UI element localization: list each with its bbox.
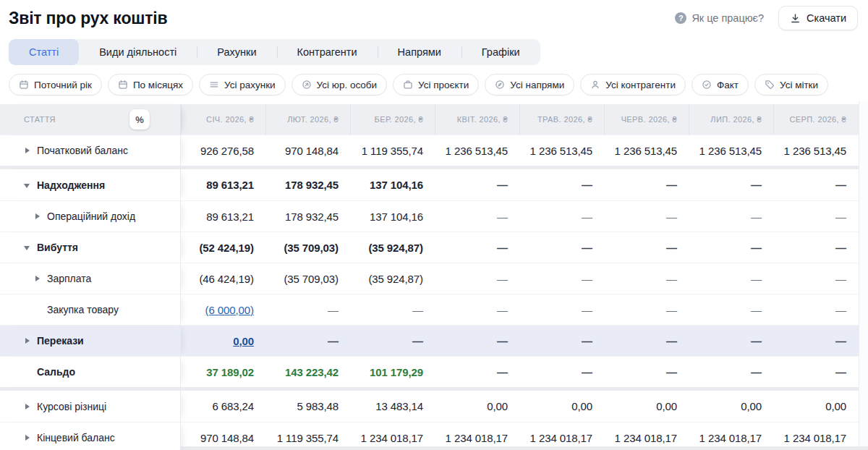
value-cell: 178 932,45 [265,169,350,200]
filter-label: Поточний рік [34,80,92,90]
value-cell: — [689,294,773,325]
filter-legal-entities[interactable]: Усі юр. особи [292,74,388,95]
value-cell: — [689,326,773,356]
expand-arrow-icon[interactable] [24,147,31,154]
collapse-arrow-icon[interactable] [24,182,31,189]
organization-icon [302,80,312,90]
page-header: Звіт про рух коштів Як це працює? Скачат… [0,0,868,30]
value-cell: 13 483,14 [350,391,435,422]
value-cell: 178 932,45 [265,201,350,232]
row-label: Початковий баланс [37,145,128,156]
value-cell: (35 924,87) [350,232,435,263]
value-cell: — [435,201,519,232]
value-cell: 0,00 [519,391,604,422]
value-cell: — [519,326,604,356]
expand-arrow-icon[interactable] [24,337,31,344]
row-label-cell: Вибуття [0,232,181,263]
how-it-works-link[interactable]: Як це працює? [675,12,764,24]
value-cell: — [265,294,350,325]
row-label: Вибуття [37,242,78,253]
column-header-month: ЧЕРВ. 2026, ₴ [604,104,689,135]
page-title: Звіт про рух коштів [9,9,167,28]
expand-arrow-icon[interactable] [34,213,41,220]
row-salary: Зарплата(46 424,19)(35 709,03)(35 924,87… [0,263,868,294]
filter-tags[interactable]: Усі мітки [754,74,828,95]
row-label-cell: Перекази [0,326,181,356]
filter-current-year[interactable]: Поточний рік [9,74,102,95]
row-opening-balance: Початковий баланс926 276,58970 148,841 1… [0,135,868,166]
arrow-placeholder [24,368,31,375]
value-cell: — [519,294,604,325]
value-cell: — [435,294,519,325]
tab-charts[interactable]: Графіки [461,39,540,65]
value-cell: — [689,169,773,200]
value-cell: 101 179,29 [350,357,435,387]
row-label-cell: Операційний дохід [0,201,181,232]
value-cell: — [689,232,773,263]
value-cell: — [773,201,858,232]
value-cell: — [604,201,689,232]
report-tabs: СтаттіВиди діяльностіРахункиКонтрагентиН… [9,39,540,65]
value-link[interactable]: 0,00 [181,326,265,356]
value-cell: 143 223,42 [265,357,350,387]
filter-projects[interactable]: Усі проєкти [393,74,479,95]
filter-accounts[interactable]: Усі рахунки [199,74,286,95]
value-link[interactable]: (6 000,00) [181,294,265,325]
person-icon [590,80,600,90]
value-cell: 1 236 513,45 [689,135,773,166]
value-cell: — [689,263,773,294]
value-cell: 1 236 513,45 [435,135,519,166]
value-cell: — [773,232,858,263]
tab-articles[interactable]: Статті [9,39,79,65]
row-operating-income: Операційний дохід89 613,21178 932,45137 … [0,200,868,232]
calendar-icon [19,80,29,90]
value-cell: (46 424,19) [181,263,265,294]
expand-arrow-icon[interactable] [24,403,31,410]
filter-counterparties[interactable]: Усі контрагенти [580,74,686,95]
tab-counterparties[interactable]: Контрагенти [277,39,378,65]
tab-activity-types[interactable]: Види діяльності [79,39,197,65]
filter-label: Усі проєкти [418,80,469,90]
tag-icon [765,80,775,90]
tab-accounts[interactable]: Рахунки [197,39,276,65]
value-cell: — [604,326,689,356]
value-cell: — [519,357,604,387]
row-label: Закупка товару [47,304,119,315]
row-label-cell: Курсові різниці [0,391,181,422]
fact-check-icon [702,80,712,90]
value-cell: — [604,232,689,263]
filter-fact[interactable]: Факт [692,74,749,95]
row-label: Надходження [37,179,105,191]
value-cell: — [773,263,858,294]
percent-toggle-button[interactable]: % [129,109,150,130]
column-header-month: ЛИП. 2026, ₴ [689,104,773,135]
collapse-arrow-icon[interactable] [24,244,31,251]
expand-arrow-icon[interactable] [24,434,31,441]
value-cell: — [519,263,604,294]
arrow-placeholder [34,306,41,313]
value-cell: — [435,357,519,387]
value-cell: — [604,294,689,325]
value-cell: 0,00 [604,391,689,422]
value-cell: 6 683,24 [181,391,265,422]
value-cell: (35 709,03) [265,232,350,263]
row-balance: Сальдо37 189,02143 223,42101 179,29————— [0,356,868,387]
filter-label: Усі рахунки [224,80,276,90]
row-label: Операційний дохід [47,211,135,222]
filter-label: Усі мітки [780,80,818,90]
filter-label: Усі напрями [510,80,564,90]
column-header-month: БЕР. 2026, ₴ [350,104,435,135]
expand-arrow-icon[interactable] [34,275,41,282]
tab-directions[interactable]: Напрями [378,39,461,65]
filter-directions[interactable]: Усі напрями [485,74,574,95]
row-outflows: Вибуття(52 424,19)(35 709,03)(35 924,87)… [0,232,868,263]
value-cell: — [773,294,858,325]
value-cell: — [350,294,435,325]
download-button[interactable]: Скачати [778,6,858,30]
table-header-row: СТАТТЯ%СІЧ. 2026, ₴ЛЮТ. 2026, ₴БЕР. 2026… [0,104,868,135]
vertical-scrollbar[interactable] [859,101,868,446]
filter-by-months[interactable]: По місяцях [108,74,193,95]
value-cell: 137 104,16 [350,201,435,232]
row-inflows: Надходження89 613,21178 932,45137 104,16… [0,169,868,200]
value-cell: (35 709,03) [265,263,350,294]
